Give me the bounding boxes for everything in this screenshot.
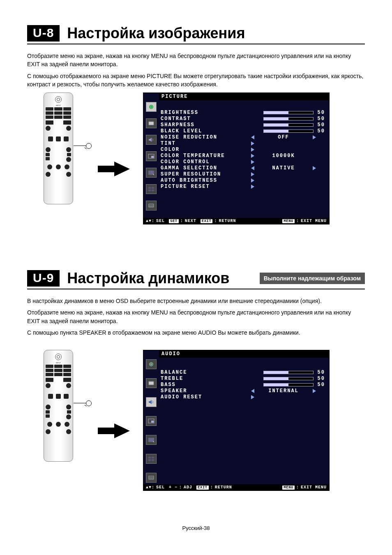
- osd-item: BALANCE50: [161, 369, 325, 375]
- triangle-left-icon: [251, 135, 254, 139]
- osd-foot-return: RETURN: [219, 219, 236, 223]
- osd-item: COLOR CONTROL: [161, 159, 325, 165]
- osd-item-label: SPEAKER: [161, 388, 226, 394]
- osd-foot-adjkey: + −: [169, 485, 178, 490]
- osd-item: SPEAKERINTERNAL: [161, 388, 325, 394]
- osd-item-label: COLOR CONTROL: [161, 159, 226, 165]
- osd-slider: [263, 111, 314, 114]
- osd-tab-osd-icon: [146, 168, 157, 178]
- section-title-u8: Настройка изображения: [67, 25, 245, 42]
- u8-paragraph-2: С помощью отображаемого на экране меню P…: [27, 72, 365, 89]
- osd-item-label: PICTURE RESET: [161, 184, 226, 190]
- svg-rect-17: [149, 382, 154, 385]
- osd-foot-sel: SEL: [156, 219, 165, 223]
- section-tag-u8: U-8: [27, 25, 60, 42]
- osd-tab-pip-icon: [146, 416, 157, 426]
- osd-foot-exitmenu: EXIT MENU: [301, 219, 327, 223]
- osd-tab-picture-icon: [146, 359, 157, 369]
- osd-foot-adj: ADJ: [184, 485, 192, 490]
- triangle-right-icon: [251, 172, 254, 176]
- osd-slider: [263, 383, 314, 386]
- osd-item: CONTRAST50: [161, 116, 325, 122]
- osd-foot-next: NEXT: [185, 219, 196, 223]
- osd-foot-menukey: MENU: [282, 219, 295, 223]
- osd-item-value: 50: [315, 110, 325, 116]
- osd-item-value: 10000K: [254, 153, 313, 159]
- osd-foot-setkey: SET: [169, 219, 179, 223]
- osd-picture-items: BRIGHTNESS50CONTRAST50SHARPNESS50BLACK L…: [159, 100, 329, 218]
- osd-slider: [263, 117, 314, 120]
- osd-item: BASS50: [161, 382, 325, 388]
- remote-power-button: [55, 96, 62, 103]
- triangle-right-icon: [313, 389, 316, 393]
- osd-item: PICTURE RESET: [161, 183, 325, 190]
- osd-item: COLOR TEMPERATURE10000K: [161, 153, 325, 159]
- osd-item-label: BALANCE: [161, 370, 226, 375]
- triangle-right-icon: [251, 154, 254, 158]
- svg-rect-11: [149, 204, 154, 207]
- svg-rect-21: [148, 457, 151, 458]
- osd-slider: [263, 371, 314, 374]
- osd-item-value: NATIVE: [254, 165, 313, 171]
- u9-paragraph-2: Отобразите меню на экране, нажав на кноп…: [27, 308, 365, 325]
- osd-item: TINT: [161, 140, 325, 146]
- u9-paragraph-3: С помощью пункта SPEAKER в отображаемом …: [27, 328, 365, 337]
- page-footer: Русский-38: [0, 525, 392, 531]
- osd-audio-footer: ▲▼:SEL + −:ADJ EXIT:RETURN MENU:EXIT MEN…: [143, 484, 329, 490]
- osd-item-value: INTERNAL: [254, 388, 313, 394]
- osd-item: SUPER RESOLUTION: [161, 171, 325, 177]
- svg-rect-25: [149, 476, 154, 479]
- osd-item-value: 50: [315, 116, 325, 122]
- osd-picture-footer: ▲▼:SEL SET:NEXT EXIT:RETURN MENU:EXIT ME…: [143, 218, 329, 224]
- osd-slider: [263, 123, 314, 127]
- svg-rect-23: [148, 459, 151, 461]
- svg-rect-22: [152, 457, 154, 458]
- osd-item-label: COLOR: [161, 147, 226, 153]
- osd-item-value: 50: [315, 128, 325, 134]
- osd-foot-exitmenu: EXIT MENU: [301, 485, 327, 490]
- u8-diagram: INPUT PICTURE: [27, 92, 365, 224]
- osd-item-label: NOISE REDUCTION: [161, 134, 226, 140]
- svg-marker-0: [98, 162, 130, 176]
- osd-picture-title: PICTURE: [159, 93, 329, 100]
- osd-item-value: 50: [315, 382, 325, 388]
- osd-item-label: BLACK LEVEL: [161, 128, 226, 134]
- osd-picture-window: PICTURE BRIGHTNESS50CONTRAST50SHARPNESS5…: [143, 92, 330, 224]
- magnifier-icon: [74, 146, 86, 146]
- triangle-left-icon: [251, 389, 254, 393]
- svg-marker-14: [98, 423, 130, 438]
- osd-item-label: COLOR TEMPERATURE: [161, 153, 226, 159]
- svg-rect-10: [152, 190, 154, 191]
- u9-paragraph-1: В настройках динамиков в меню OSD выбери…: [27, 297, 365, 305]
- arrow-icon: [98, 423, 131, 439]
- triangle-left-icon: [251, 166, 254, 170]
- remote-illustration: INPUT: [44, 92, 73, 204]
- osd-item-label: AUDIO RESET: [161, 394, 226, 400]
- svg-rect-8: [152, 187, 154, 189]
- osd-tab-pip-icon: [146, 151, 157, 161]
- osd-item: AUTO BRIGHTNESS: [161, 177, 325, 183]
- osd-audio-title: AUDIO: [159, 350, 329, 358]
- osd-item: GAMMA SELECTIONNATIVE: [161, 165, 325, 171]
- section-tag-u9: U-9: [27, 270, 60, 287]
- osd-audio-window: AUDIO BALANCE50TREBLE50BASS50SPEAKERINTE…: [143, 350, 330, 491]
- osd-foot-menukey: MENU: [282, 486, 295, 490]
- osd-item: BLACK LEVEL50: [161, 128, 325, 134]
- osd-slider: [263, 130, 314, 133]
- osd-tab-screen-icon: [146, 378, 157, 388]
- triangle-right-icon: [251, 141, 254, 146]
- osd-tab-osd-icon: [146, 435, 157, 445]
- remote-power-button: [55, 354, 62, 360]
- svg-rect-19: [151, 421, 154, 423]
- triangle-right-icon: [251, 178, 254, 183]
- section-header-u8: U-8 Настройка изображения: [27, 25, 365, 44]
- osd-tab-screen-icon: [146, 118, 157, 128]
- magnifier-icon: [74, 403, 86, 404]
- osd-item: AUDIO RESET: [161, 394, 325, 400]
- section-badge-u9: Выполните надлежащим образом: [260, 273, 365, 284]
- osd-item-label: BRIGHTNESS: [161, 110, 226, 116]
- osd-item-label: BASS: [161, 382, 226, 388]
- arrow-icon: [98, 161, 131, 177]
- osd-item-value: 50: [315, 376, 325, 382]
- svg-rect-7: [148, 187, 151, 189]
